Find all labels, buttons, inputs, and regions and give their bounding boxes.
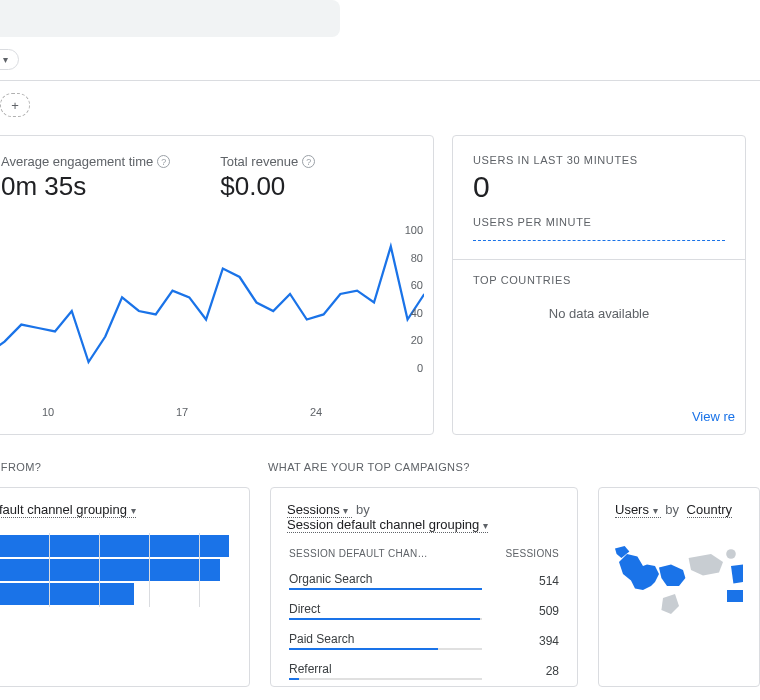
chevron-down-icon: ▾ [653,505,658,516]
section-header: WHAT ARE YOUR TOP CAMPAIGNS? [268,457,578,487]
cards-row: Average engagement time ? 0m 35s Total r… [0,117,760,435]
geo-section: Users ▾ by Country [596,457,760,687]
hbar [0,559,220,581]
metric-label: Average engagement time ? [1,154,170,169]
svg-point-1 [726,549,736,559]
x-axis-labels: 101724 [0,406,383,418]
section-header [596,457,760,487]
realtime-nodata: No data available [473,306,725,321]
geo-map[interactable] [615,531,743,641]
dimension-selector: Sessions ▾ by Session default channel gr… [287,502,561,532]
dimension-selector[interactable]: fault channel grouping ▾ [0,502,233,517]
hbar [0,535,229,557]
filter-row: ▾ [0,37,760,81]
realtime-card: USERS IN LAST 30 MINUTES 0 USERS PER MIN… [452,135,746,435]
realtime-30min-label: USERS IN LAST 30 MINUTES [473,154,725,166]
help-icon[interactable]: ? [157,155,170,168]
metric-dropdown[interactable]: Users ▾ [615,502,661,518]
metrics-row: Average engagement time ? 0m 35s Total r… [1,154,413,202]
col-dimension: SESSION DEFAULT CHAN… [289,544,482,565]
table-row[interactable]: Organic Search514 [289,567,559,595]
table-row[interactable]: Paid Search394 [289,627,559,655]
realtime-perminute-label: USERS PER MINUTE [473,216,725,228]
realtime-30min-value: 0 [473,170,725,204]
search-bar[interactable]: th analysis" [0,0,340,37]
chevron-down-icon: ▾ [483,520,488,531]
secondary-row: ME FROM? fault channel grouping ▾ WHAT A… [0,457,760,687]
help-icon[interactable]: ? [302,155,315,168]
dimension-dropdown[interactable]: Session default channel grouping ▾ [287,517,488,533]
traffic-section: ME FROM? fault channel grouping ▾ [0,457,250,687]
metric-engagement[interactable]: Average engagement time ? 0m 35s [1,154,170,202]
metric-label: Total revenue ? [220,154,315,169]
section-header: ME FROM? [0,457,250,487]
metric-value: 0m 35s [1,171,170,202]
metric-value: $0.00 [220,171,315,202]
hbar-chart [0,535,233,605]
chevron-down-icon: ▾ [3,54,8,65]
metric-revenue[interactable]: Total revenue ? $0.00 [220,154,315,202]
divider [453,259,745,260]
filter-pill[interactable]: ▾ [0,49,19,70]
y-axis-labels: 100806040200 [405,224,423,374]
metric-dropdown[interactable]: Sessions ▾ [287,502,352,518]
plus-icon: + [11,98,19,113]
campaigns-section: WHAT ARE YOUR TOP CAMPAIGNS? Sessions ▾ … [268,457,578,687]
dimension[interactable]: fault channel grouping ▾ [0,502,136,518]
col-metric: SESSIONS [484,544,559,565]
realtime-sparkline [473,240,725,241]
chevron-down-icon: ▾ [131,505,136,516]
realtime-countries-label: TOP COUNTRIES [473,270,725,286]
overview-card: Average engagement time ? 0m 35s Total r… [0,135,434,435]
geo-card: Users ▾ by Country [598,487,760,687]
dimension-dropdown[interactable]: Country [687,502,733,518]
add-comparison-button[interactable]: + [0,93,30,117]
traffic-card: fault channel grouping ▾ [0,487,250,687]
dimension-selector: Users ▾ by Country [615,502,743,517]
chevron-down-icon: ▾ [343,505,348,516]
campaigns-card: Sessions ▾ by Session default channel gr… [270,487,578,687]
table-row[interactable]: Referral28 [289,657,559,685]
table-row[interactable]: Direct509 [289,597,559,625]
view-realtime-link[interactable]: View re [692,409,735,424]
line-chart [0,226,424,396]
campaigns-table: SESSION DEFAULT CHAN… SESSIONS Organic S… [287,542,561,687]
svg-rect-0 [727,590,743,602]
hbar [0,583,134,605]
